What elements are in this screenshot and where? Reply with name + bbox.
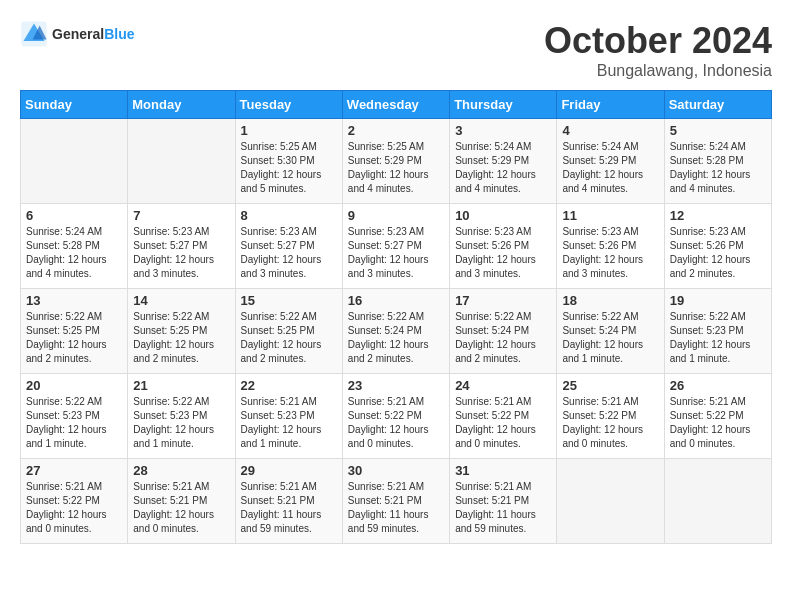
cell-content: Sunrise: 5:21 AM Sunset: 5:22 PM Dayligh…: [455, 395, 551, 451]
cell-content: Sunrise: 5:22 AM Sunset: 5:25 PM Dayligh…: [133, 310, 229, 366]
day-number: 15: [241, 293, 337, 308]
day-number: 19: [670, 293, 766, 308]
cell-content: Sunrise: 5:23 AM Sunset: 5:27 PM Dayligh…: [241, 225, 337, 281]
calendar-cell: [664, 459, 771, 544]
cell-content: Sunrise: 5:24 AM Sunset: 5:28 PM Dayligh…: [26, 225, 122, 281]
cell-content: Sunrise: 5:25 AM Sunset: 5:30 PM Dayligh…: [241, 140, 337, 196]
cell-content: Sunrise: 5:24 AM Sunset: 5:29 PM Dayligh…: [455, 140, 551, 196]
cell-content: Sunrise: 5:23 AM Sunset: 5:26 PM Dayligh…: [562, 225, 658, 281]
day-number: 3: [455, 123, 551, 138]
calendar-table: SundayMondayTuesdayWednesdayThursdayFrid…: [20, 90, 772, 544]
cell-content: Sunrise: 5:23 AM Sunset: 5:26 PM Dayligh…: [455, 225, 551, 281]
cell-content: Sunrise: 5:21 AM Sunset: 5:22 PM Dayligh…: [562, 395, 658, 451]
calendar-body: 1Sunrise: 5:25 AM Sunset: 5:30 PM Daylig…: [21, 119, 772, 544]
location: Bungalawang, Indonesia: [544, 62, 772, 80]
calendar-cell: 25Sunrise: 5:21 AM Sunset: 5:22 PM Dayli…: [557, 374, 664, 459]
day-number: 24: [455, 378, 551, 393]
day-number: 30: [348, 463, 444, 478]
month-title: October 2024: [544, 20, 772, 62]
calendar-cell: 27Sunrise: 5:21 AM Sunset: 5:22 PM Dayli…: [21, 459, 128, 544]
calendar-cell: 9Sunrise: 5:23 AM Sunset: 5:27 PM Daylig…: [342, 204, 449, 289]
logo-text: GeneralBlue: [52, 26, 134, 42]
calendar-cell: 18Sunrise: 5:22 AM Sunset: 5:24 PM Dayli…: [557, 289, 664, 374]
day-number: 27: [26, 463, 122, 478]
day-of-week-header: Friday: [557, 91, 664, 119]
day-number: 1: [241, 123, 337, 138]
cell-content: Sunrise: 5:22 AM Sunset: 5:24 PM Dayligh…: [455, 310, 551, 366]
calendar-cell: 10Sunrise: 5:23 AM Sunset: 5:26 PM Dayli…: [450, 204, 557, 289]
day-number: 17: [455, 293, 551, 308]
title-section: October 2024 Bungalawang, Indonesia: [544, 20, 772, 80]
day-number: 21: [133, 378, 229, 393]
day-number: 10: [455, 208, 551, 223]
calendar-cell: 12Sunrise: 5:23 AM Sunset: 5:26 PM Dayli…: [664, 204, 771, 289]
logo-icon: [20, 20, 48, 48]
calendar-header: SundayMondayTuesdayWednesdayThursdayFrid…: [21, 91, 772, 119]
calendar-cell: 22Sunrise: 5:21 AM Sunset: 5:23 PM Dayli…: [235, 374, 342, 459]
calendar-cell: 11Sunrise: 5:23 AM Sunset: 5:26 PM Dayli…: [557, 204, 664, 289]
calendar-cell: 19Sunrise: 5:22 AM Sunset: 5:23 PM Dayli…: [664, 289, 771, 374]
day-number: 22: [241, 378, 337, 393]
calendar-cell: 15Sunrise: 5:22 AM Sunset: 5:25 PM Dayli…: [235, 289, 342, 374]
day-of-week-header: Saturday: [664, 91, 771, 119]
day-number: 9: [348, 208, 444, 223]
calendar-cell: [21, 119, 128, 204]
calendar-cell: [128, 119, 235, 204]
day-number: 6: [26, 208, 122, 223]
day-number: 5: [670, 123, 766, 138]
calendar-cell: 3Sunrise: 5:24 AM Sunset: 5:29 PM Daylig…: [450, 119, 557, 204]
day-number: 11: [562, 208, 658, 223]
day-number: 20: [26, 378, 122, 393]
day-number: 31: [455, 463, 551, 478]
calendar-cell: 26Sunrise: 5:21 AM Sunset: 5:22 PM Dayli…: [664, 374, 771, 459]
calendar-week-row: 13Sunrise: 5:22 AM Sunset: 5:25 PM Dayli…: [21, 289, 772, 374]
day-number: 29: [241, 463, 337, 478]
calendar-cell: [557, 459, 664, 544]
cell-content: Sunrise: 5:21 AM Sunset: 5:22 PM Dayligh…: [670, 395, 766, 451]
cell-content: Sunrise: 5:21 AM Sunset: 5:22 PM Dayligh…: [348, 395, 444, 451]
day-number: 14: [133, 293, 229, 308]
calendar-cell: 17Sunrise: 5:22 AM Sunset: 5:24 PM Dayli…: [450, 289, 557, 374]
calendar-cell: 1Sunrise: 5:25 AM Sunset: 5:30 PM Daylig…: [235, 119, 342, 204]
calendar-cell: 24Sunrise: 5:21 AM Sunset: 5:22 PM Dayli…: [450, 374, 557, 459]
calendar-cell: 4Sunrise: 5:24 AM Sunset: 5:29 PM Daylig…: [557, 119, 664, 204]
cell-content: Sunrise: 5:23 AM Sunset: 5:27 PM Dayligh…: [133, 225, 229, 281]
day-of-week-header: Tuesday: [235, 91, 342, 119]
calendar-cell: 7Sunrise: 5:23 AM Sunset: 5:27 PM Daylig…: [128, 204, 235, 289]
day-number: 16: [348, 293, 444, 308]
calendar-week-row: 1Sunrise: 5:25 AM Sunset: 5:30 PM Daylig…: [21, 119, 772, 204]
calendar-cell: 21Sunrise: 5:22 AM Sunset: 5:23 PM Dayli…: [128, 374, 235, 459]
day-number: 13: [26, 293, 122, 308]
calendar-cell: 6Sunrise: 5:24 AM Sunset: 5:28 PM Daylig…: [21, 204, 128, 289]
cell-content: Sunrise: 5:22 AM Sunset: 5:23 PM Dayligh…: [26, 395, 122, 451]
day-number: 8: [241, 208, 337, 223]
cell-content: Sunrise: 5:21 AM Sunset: 5:23 PM Dayligh…: [241, 395, 337, 451]
cell-content: Sunrise: 5:23 AM Sunset: 5:26 PM Dayligh…: [670, 225, 766, 281]
calendar-cell: 31Sunrise: 5:21 AM Sunset: 5:21 PM Dayli…: [450, 459, 557, 544]
day-number: 23: [348, 378, 444, 393]
cell-content: Sunrise: 5:22 AM Sunset: 5:23 PM Dayligh…: [670, 310, 766, 366]
cell-content: Sunrise: 5:22 AM Sunset: 5:25 PM Dayligh…: [26, 310, 122, 366]
day-of-week-header: Monday: [128, 91, 235, 119]
day-number: 7: [133, 208, 229, 223]
calendar-cell: 28Sunrise: 5:21 AM Sunset: 5:21 PM Dayli…: [128, 459, 235, 544]
calendar-cell: 14Sunrise: 5:22 AM Sunset: 5:25 PM Dayli…: [128, 289, 235, 374]
calendar-cell: 23Sunrise: 5:21 AM Sunset: 5:22 PM Dayli…: [342, 374, 449, 459]
page-header: GeneralBlue October 2024 Bungalawang, In…: [20, 20, 772, 80]
calendar-week-row: 20Sunrise: 5:22 AM Sunset: 5:23 PM Dayli…: [21, 374, 772, 459]
day-of-week-header: Wednesday: [342, 91, 449, 119]
calendar-week-row: 6Sunrise: 5:24 AM Sunset: 5:28 PM Daylig…: [21, 204, 772, 289]
day-of-week-header: Sunday: [21, 91, 128, 119]
calendar-cell: 29Sunrise: 5:21 AM Sunset: 5:21 PM Dayli…: [235, 459, 342, 544]
cell-content: Sunrise: 5:21 AM Sunset: 5:21 PM Dayligh…: [455, 480, 551, 536]
day-number: 18: [562, 293, 658, 308]
cell-content: Sunrise: 5:21 AM Sunset: 5:21 PM Dayligh…: [348, 480, 444, 536]
calendar-cell: 16Sunrise: 5:22 AM Sunset: 5:24 PM Dayli…: [342, 289, 449, 374]
day-number: 26: [670, 378, 766, 393]
day-number: 12: [670, 208, 766, 223]
cell-content: Sunrise: 5:21 AM Sunset: 5:21 PM Dayligh…: [241, 480, 337, 536]
calendar-cell: 30Sunrise: 5:21 AM Sunset: 5:21 PM Dayli…: [342, 459, 449, 544]
calendar-cell: 20Sunrise: 5:22 AM Sunset: 5:23 PM Dayli…: [21, 374, 128, 459]
calendar-week-row: 27Sunrise: 5:21 AM Sunset: 5:22 PM Dayli…: [21, 459, 772, 544]
day-number: 2: [348, 123, 444, 138]
